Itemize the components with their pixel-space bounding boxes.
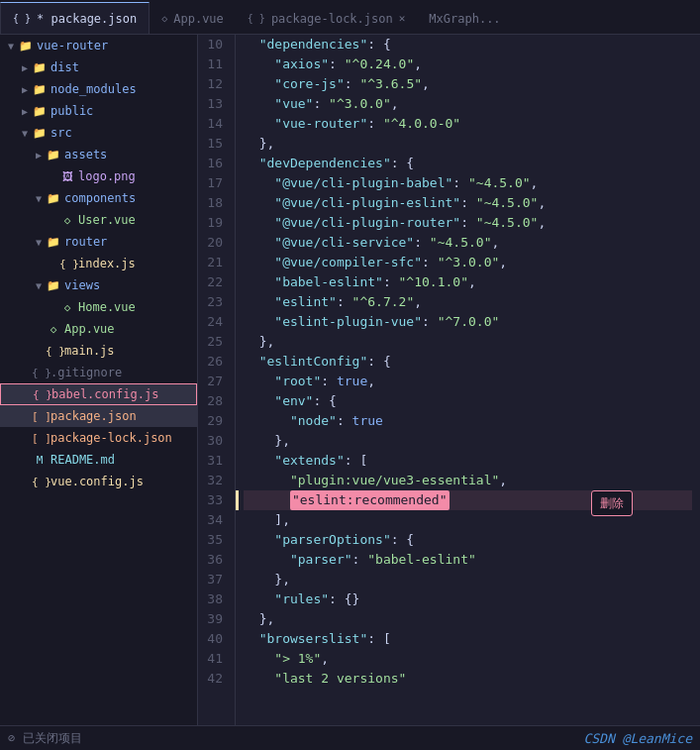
tab-app-vue[interactable]: ◇ App.vue — [150, 2, 236, 34]
sidebar-item-babel-config[interactable]: { } babel.config.js — [0, 383, 197, 405]
sidebar-item-readme[interactable]: M README.md — [0, 449, 197, 471]
close-icon-package-lock[interactable]: ✕ — [399, 12, 406, 25]
sidebar-item-views[interactable]: ▼ 📁 views — [0, 274, 197, 296]
sidebar-item-router[interactable]: ▼ 📁 router — [0, 231, 197, 253]
sidebar-label-main-js: main.js — [64, 344, 115, 358]
token-punct: , — [499, 471, 507, 490]
sidebar-label-index-js: index.js — [78, 257, 136, 270]
line-number-29: 29 — [206, 411, 227, 431]
token-punct: , — [367, 372, 375, 391]
token-punct: , — [538, 213, 546, 233]
sidebar-item-index-js[interactable]: { } index.js — [0, 253, 197, 274]
token-punct: : { — [367, 352, 390, 372]
token-str: "^6.7.2" — [352, 292, 415, 312]
token-str: "^3.0.0" — [329, 94, 391, 114]
sidebar-item-package-json[interactable]: [ ] package.json — [0, 405, 197, 427]
line-number-38: 38 — [206, 589, 227, 609]
token-punct: , — [422, 74, 430, 94]
token-punct: : — [345, 74, 360, 94]
sidebar-item-home-vue[interactable]: ◇ Home.vue — [0, 296, 197, 318]
token-punct: , — [391, 94, 399, 114]
tab-mxgraph[interactable]: MxGraph... — [417, 2, 512, 34]
line-numbers: 1011121314151617181920212223242526272829… — [198, 35, 236, 725]
code-line-33: "eslint:recommended"删除 — [244, 490, 692, 510]
code-area[interactable]: "dependencies": { "axios": "^0.24.0", "c… — [236, 35, 700, 725]
tab-package-json[interactable]: { } * package.json — [0, 2, 150, 34]
line-number-33: 33 — [206, 490, 227, 510]
sidebar-item-root[interactable]: ▼ 📁 vue-router — [0, 35, 197, 56]
token-punct: : { — [391, 530, 414, 550]
token-key: "rules" — [274, 589, 329, 609]
sidebar-item-assets[interactable]: ▶ 📁 assets — [0, 144, 197, 165]
token-punct — [244, 253, 274, 272]
status-left: ⊘ 已关闭项目 — [8, 730, 82, 747]
status-right: CSDN @LeanMice — [583, 731, 692, 746]
sidebar-item-src[interactable]: ▼ 📁 src — [0, 122, 197, 144]
editor-content: 1011121314151617181920212223242526272829… — [198, 35, 700, 725]
arrow-src: ▼ — [18, 128, 32, 139]
token-punct: : {} — [329, 589, 359, 609]
code-line-17: "@vue/cli-plugin-babel": "~4.5.0", — [244, 173, 692, 193]
file-icon-package-json: [ ] — [32, 410, 48, 423]
token-key: "@vue/cli-plugin-router" — [274, 213, 460, 233]
token-punct: : [ — [367, 629, 390, 649]
sidebar-item-main-js[interactable]: { } main.js — [0, 340, 197, 362]
folder-icon-root: 📁 — [18, 40, 34, 53]
sidebar-label-node-modules: node_modules — [50, 82, 137, 96]
line-number-20: 20 — [206, 233, 227, 253]
file-icon-app-vue: ◇ — [46, 323, 61, 336]
token-punct: }, — [244, 332, 274, 352]
sidebar-item-node-modules[interactable]: ▶ 📁 node_modules — [0, 78, 197, 100]
sidebar-label-public: public — [50, 104, 93, 118]
line-number-14: 14 — [206, 114, 227, 134]
arrow-assets: ▶ — [32, 150, 46, 161]
sidebar-label-home-vue: Home.vue — [78, 300, 136, 314]
sidebar-label-src: src — [50, 126, 72, 140]
token-punct — [244, 312, 274, 332]
token-punct: : — [337, 292, 352, 312]
sidebar-label-user-vue: User.vue — [78, 213, 136, 227]
sidebar-label-gitignore: .gitignore — [50, 366, 122, 379]
sidebar-label-package-lock-json: package-lock.json — [50, 431, 172, 445]
token-punct — [244, 272, 274, 292]
token-punct — [244, 391, 274, 411]
tab-package-lock[interactable]: { } package-lock.json ✕ — [236, 2, 418, 34]
line-number-32: 32 — [206, 471, 227, 490]
sidebar-item-logo[interactable]: 🖼 logo.png — [0, 165, 197, 187]
line-number-39: 39 — [206, 609, 227, 629]
tab-label-package-json: * package.json — [37, 12, 137, 26]
sidebar-label-vue-config: vue.config.js — [50, 475, 144, 488]
token-punct — [244, 669, 274, 689]
token-punct: : — [422, 312, 438, 332]
line-number-30: 30 — [206, 431, 227, 451]
token-str: "~4.5.0" — [476, 213, 539, 233]
sidebar-item-gitignore[interactable]: { } .gitignore — [0, 362, 197, 383]
token-punct — [244, 530, 274, 550]
code-line-41: "> 1%", — [244, 649, 692, 669]
token-punct — [244, 490, 290, 510]
sidebar-item-app-vue[interactable]: ◇ App.vue — [0, 318, 197, 340]
code-line-26: "eslintConfig": { — [244, 352, 692, 372]
file-icon-index-js: { } — [59, 258, 75, 270]
arrow-root: ▼ — [4, 41, 18, 52]
sidebar-item-vue-config[interactable]: { } vue.config.js — [0, 471, 197, 492]
code-line-27: "root": true, — [244, 372, 692, 391]
code-line-10: "dependencies": { — [244, 35, 692, 54]
tab-label-mxgraph: MxGraph... — [429, 12, 500, 26]
sidebar-item-package-lock-json[interactable]: [ ] package-lock.json — [0, 427, 197, 449]
line-number-18: 18 — [206, 193, 227, 213]
token-key: "devDependencies" — [259, 154, 391, 173]
sidebar-label-babel-config: babel.config.js — [51, 387, 158, 401]
token-bool: true — [337, 372, 367, 391]
token-punct: , — [321, 649, 329, 669]
sidebar-label-package-json: package.json — [50, 409, 137, 423]
line-number-36: 36 — [206, 550, 227, 570]
sidebar-item-user-vue[interactable]: ◇ User.vue — [0, 209, 197, 231]
sidebar-item-components[interactable]: ▼ 📁 components — [0, 187, 197, 209]
sidebar-item-dist[interactable]: ▶ 📁 dist — [0, 56, 197, 78]
file-icon-readme: M — [32, 454, 48, 467]
code-line-23: "eslint": "^6.7.2", — [244, 292, 692, 312]
csdn-label: CSDN @LeanMice — [583, 731, 692, 746]
token-punct — [244, 411, 290, 431]
sidebar-item-public[interactable]: ▶ 📁 public — [0, 100, 197, 122]
